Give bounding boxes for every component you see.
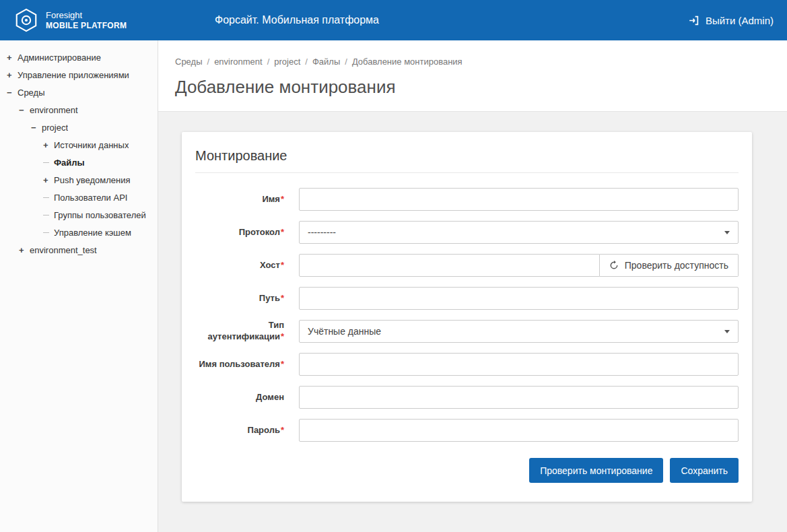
sidebar-item-app-management[interactable]: + Управление приложениями — [0, 66, 158, 84]
top-bar: Foresight MOBILE PLATFORM Форсайт. Мобил… — [0, 0, 787, 40]
logout-label: Выйти (Admin) — [706, 15, 774, 26]
collapse-icon[interactable]: − — [31, 123, 42, 133]
app-root: Foresight MOBILE PLATFORM Форсайт. Мобил… — [0, 0, 787, 532]
form-row-username: Имя пользователя* — [195, 353, 739, 376]
logout-icon — [688, 15, 699, 26]
expand-icon[interactable]: + — [7, 53, 18, 63]
breadcrumb-separator: / — [305, 57, 308, 67]
form-row-host: Хост* Проверить доступность — [195, 254, 739, 277]
required-asterisk: * — [281, 293, 284, 303]
refresh-icon — [609, 261, 619, 270]
sidebar-item-label: Управление кэшем — [54, 228, 131, 238]
label-text: Домен — [256, 392, 284, 402]
breadcrumb-separator: / — [345, 57, 347, 67]
sidebar-item-cache-management[interactable]: Управление кэшем — [0, 224, 158, 241]
sidebar-item-environment-test[interactable]: + environment_test — [0, 241, 158, 259]
sidebar-item-push-notifications[interactable]: + Push уведомления — [0, 171, 158, 189]
label-text: Хост — [260, 260, 280, 270]
path-input[interactable] — [299, 287, 739, 310]
sidebar-item-label: environment_test — [30, 245, 97, 255]
logo[interactable]: Foresight MOBILE PLATFORM — [13, 7, 127, 33]
breadcrumb-item-project[interactable]: project — [274, 57, 300, 67]
logout-button[interactable]: Выйти (Admin) — [688, 15, 774, 26]
required-asterisk: * — [281, 359, 284, 369]
username-input[interactable] — [299, 353, 739, 376]
name-label: Имя* — [195, 194, 284, 205]
label-text: Имя — [262, 194, 280, 204]
dropdown-arrow-icon — [724, 231, 730, 234]
form-row-protocol: Протокол* --------- — [195, 221, 739, 244]
sidebar-item-label: project — [42, 123, 68, 133]
domain-input[interactable] — [299, 386, 739, 409]
sidebar: + Администрирование + Управление приложе… — [0, 40, 158, 532]
sidebar-item-label: Push уведомления — [54, 175, 131, 185]
sidebar-item-label: Управление приложениями — [18, 70, 129, 80]
auth-type-label: Тип аутентификации* — [195, 320, 284, 343]
form-actions: Проверить монтирование Сохранить — [195, 458, 739, 483]
domain-label: Домен — [195, 392, 284, 403]
form-row-domain: Домен — [195, 386, 739, 409]
form-title: Монтирование — [195, 148, 739, 173]
password-input[interactable] — [299, 419, 739, 442]
sidebar-item-api-users[interactable]: Пользователи API — [0, 189, 158, 206]
breadcrumb-separator: / — [207, 57, 210, 67]
expand-icon[interactable]: + — [43, 140, 54, 150]
form-row-path: Путь* — [195, 287, 739, 310]
required-asterisk: * — [281, 194, 284, 204]
required-asterisk: * — [281, 260, 284, 270]
protocol-select-value: --------- — [308, 227, 336, 238]
form-row-name: Имя* — [195, 188, 739, 211]
foresight-logo-icon — [13, 7, 39, 33]
check-availability-label: Проверить доступность — [625, 260, 728, 271]
logo-text: Foresight MOBILE PLATFORM — [46, 10, 127, 30]
sidebar-item-label: Среды — [18, 88, 45, 98]
protocol-label: Протокол* — [195, 227, 284, 238]
breadcrumb-item-environment[interactable]: environment — [214, 57, 263, 67]
collapse-icon[interactable]: − — [19, 105, 30, 115]
sidebar-item-files[interactable]: Файлы — [0, 154, 158, 171]
label-text: Имя пользователя — [199, 359, 279, 369]
label-text: Протокол — [239, 227, 280, 237]
label-text: Пароль — [248, 425, 280, 435]
host-input[interactable] — [299, 254, 600, 277]
logo-text-line2: MOBILE PLATFORM — [46, 21, 127, 30]
sidebar-item-user-groups[interactable]: Группы пользователей — [0, 206, 158, 224]
name-input[interactable] — [299, 188, 739, 211]
breadcrumb-item-environments[interactable]: Среды — [175, 57, 203, 67]
main-content: Среды/environment/project/Файлы/Добавлен… — [158, 40, 787, 532]
expand-icon[interactable]: + — [19, 245, 30, 255]
breadcrumb-item-add-mount: Добавление монтирования — [352, 57, 463, 67]
sidebar-item-label: environment — [30, 105, 78, 115]
password-label: Пароль* — [195, 425, 284, 436]
save-button[interactable]: Сохранить — [670, 458, 739, 483]
auth-type-select[interactable]: Учётные данные — [299, 320, 739, 343]
sidebar-item-label: Группы пользователей — [54, 210, 146, 220]
check-availability-button[interactable]: Проверить доступность — [600, 254, 739, 277]
required-asterisk: * — [281, 425, 284, 435]
content-area: Монтирование Имя* Протокол* --------- — [158, 112, 787, 532]
app-title: Форсайт. Мобильная платформа — [215, 14, 379, 26]
logo-text-line1: Foresight — [46, 10, 127, 21]
sidebar-item-label: Администрирование — [18, 53, 101, 63]
dropdown-arrow-icon — [724, 330, 730, 333]
expand-icon[interactable]: + — [7, 70, 18, 80]
host-label: Хост* — [195, 260, 284, 271]
sidebar-item-environment[interactable]: − environment — [0, 101, 158, 119]
breadcrumb-item-files[interactable]: Файлы — [312, 57, 340, 67]
auth-type-select-value: Учётные данные — [308, 326, 381, 337]
collapse-icon[interactable]: − — [7, 88, 18, 98]
expand-icon[interactable]: + — [43, 175, 54, 185]
breadcrumb: Среды/environment/project/Файлы/Добавлен… — [158, 40, 787, 67]
required-asterisk: * — [281, 227, 284, 237]
sidebar-item-administration[interactable]: + Администрирование — [0, 48, 158, 66]
sidebar-item-label: Источники данных — [54, 140, 129, 150]
sidebar-item-label: Пользователи API — [54, 193, 127, 203]
sidebar-item-project[interactable]: − project — [0, 119, 158, 136]
check-mount-button[interactable]: Проверить монтирование — [529, 458, 663, 483]
sidebar-item-environments[interactable]: − Среды — [0, 84, 158, 101]
sidebar-item-label: Файлы — [54, 158, 85, 168]
protocol-select[interactable]: --------- — [299, 221, 739, 244]
mount-form-card: Монтирование Имя* Протокол* --------- — [182, 132, 752, 502]
sidebar-item-data-sources[interactable]: + Источники данных — [0, 136, 158, 154]
layout: + Администрирование + Управление приложе… — [0, 40, 787, 532]
